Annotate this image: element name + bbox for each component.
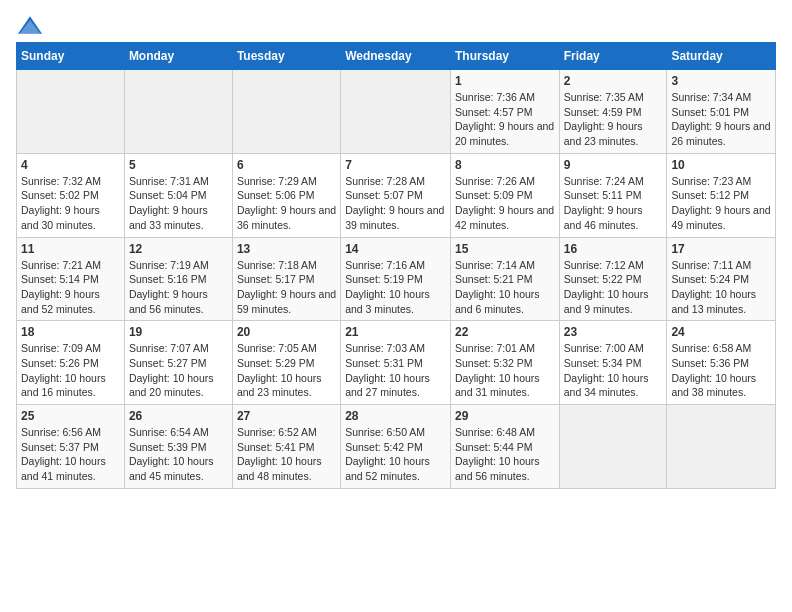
logo	[16, 16, 44, 34]
day-number: 29	[455, 409, 555, 423]
day-info: Sunrise: 7:19 AMSunset: 5:16 PMDaylight:…	[129, 258, 228, 317]
calendar-cell: 2Sunrise: 7:35 AMSunset: 4:59 PMDaylight…	[559, 70, 667, 154]
day-number: 24	[671, 325, 771, 339]
calendar-cell: 14Sunrise: 7:16 AMSunset: 5:19 PMDayligh…	[341, 237, 451, 321]
day-info: Sunrise: 7:03 AMSunset: 5:31 PMDaylight:…	[345, 341, 446, 400]
calendar-cell: 6Sunrise: 7:29 AMSunset: 5:06 PMDaylight…	[232, 153, 340, 237]
day-number: 14	[345, 242, 446, 256]
day-info: Sunrise: 6:54 AMSunset: 5:39 PMDaylight:…	[129, 425, 228, 484]
calendar-cell: 7Sunrise: 7:28 AMSunset: 5:07 PMDaylight…	[341, 153, 451, 237]
calendar-cell: 8Sunrise: 7:26 AMSunset: 5:09 PMDaylight…	[450, 153, 559, 237]
calendar-cell: 17Sunrise: 7:11 AMSunset: 5:24 PMDayligh…	[667, 237, 776, 321]
day-header-monday: Monday	[124, 43, 232, 70]
day-number: 25	[21, 409, 120, 423]
day-number: 23	[564, 325, 663, 339]
page-header	[16, 16, 776, 34]
day-header-sunday: Sunday	[17, 43, 125, 70]
day-info: Sunrise: 7:31 AMSunset: 5:04 PMDaylight:…	[129, 174, 228, 233]
calendar-cell	[559, 405, 667, 489]
calendar-cell: 28Sunrise: 6:50 AMSunset: 5:42 PMDayligh…	[341, 405, 451, 489]
day-info: Sunrise: 6:48 AMSunset: 5:44 PMDaylight:…	[455, 425, 555, 484]
calendar-cell: 5Sunrise: 7:31 AMSunset: 5:04 PMDaylight…	[124, 153, 232, 237]
day-info: Sunrise: 7:11 AMSunset: 5:24 PMDaylight:…	[671, 258, 771, 317]
day-info: Sunrise: 7:14 AMSunset: 5:21 PMDaylight:…	[455, 258, 555, 317]
day-number: 21	[345, 325, 446, 339]
day-header-tuesday: Tuesday	[232, 43, 340, 70]
calendar-cell: 27Sunrise: 6:52 AMSunset: 5:41 PMDayligh…	[232, 405, 340, 489]
day-number: 10	[671, 158, 771, 172]
day-info: Sunrise: 7:07 AMSunset: 5:27 PMDaylight:…	[129, 341, 228, 400]
day-info: Sunrise: 7:12 AMSunset: 5:22 PMDaylight:…	[564, 258, 663, 317]
day-info: Sunrise: 6:50 AMSunset: 5:42 PMDaylight:…	[345, 425, 446, 484]
calendar-cell: 23Sunrise: 7:00 AMSunset: 5:34 PMDayligh…	[559, 321, 667, 405]
calendar-cell	[667, 405, 776, 489]
day-info: Sunrise: 6:52 AMSunset: 5:41 PMDaylight:…	[237, 425, 336, 484]
calendar-cell: 29Sunrise: 6:48 AMSunset: 5:44 PMDayligh…	[450, 405, 559, 489]
day-number: 19	[129, 325, 228, 339]
day-info: Sunrise: 7:36 AMSunset: 4:57 PMDaylight:…	[455, 90, 555, 149]
calendar-cell: 13Sunrise: 7:18 AMSunset: 5:17 PMDayligh…	[232, 237, 340, 321]
day-info: Sunrise: 7:34 AMSunset: 5:01 PMDaylight:…	[671, 90, 771, 149]
day-info: Sunrise: 7:05 AMSunset: 5:29 PMDaylight:…	[237, 341, 336, 400]
day-number: 6	[237, 158, 336, 172]
calendar-cell: 21Sunrise: 7:03 AMSunset: 5:31 PMDayligh…	[341, 321, 451, 405]
day-number: 28	[345, 409, 446, 423]
day-info: Sunrise: 7:29 AMSunset: 5:06 PMDaylight:…	[237, 174, 336, 233]
calendar-cell: 20Sunrise: 7:05 AMSunset: 5:29 PMDayligh…	[232, 321, 340, 405]
calendar-cell: 12Sunrise: 7:19 AMSunset: 5:16 PMDayligh…	[124, 237, 232, 321]
day-number: 2	[564, 74, 663, 88]
day-number: 20	[237, 325, 336, 339]
calendar-cell: 22Sunrise: 7:01 AMSunset: 5:32 PMDayligh…	[450, 321, 559, 405]
day-header-saturday: Saturday	[667, 43, 776, 70]
day-info: Sunrise: 7:09 AMSunset: 5:26 PMDaylight:…	[21, 341, 120, 400]
day-number: 16	[564, 242, 663, 256]
calendar-cell: 10Sunrise: 7:23 AMSunset: 5:12 PMDayligh…	[667, 153, 776, 237]
calendar-cell: 19Sunrise: 7:07 AMSunset: 5:27 PMDayligh…	[124, 321, 232, 405]
day-info: Sunrise: 7:23 AMSunset: 5:12 PMDaylight:…	[671, 174, 771, 233]
day-number: 1	[455, 74, 555, 88]
day-info: Sunrise: 6:58 AMSunset: 5:36 PMDaylight:…	[671, 341, 771, 400]
day-number: 15	[455, 242, 555, 256]
calendar-cell: 1Sunrise: 7:36 AMSunset: 4:57 PMDaylight…	[450, 70, 559, 154]
day-number: 9	[564, 158, 663, 172]
calendar-cell: 15Sunrise: 7:14 AMSunset: 5:21 PMDayligh…	[450, 237, 559, 321]
day-info: Sunrise: 7:28 AMSunset: 5:07 PMDaylight:…	[345, 174, 446, 233]
calendar-cell: 4Sunrise: 7:32 AMSunset: 5:02 PMDaylight…	[17, 153, 125, 237]
day-number: 4	[21, 158, 120, 172]
calendar-cell: 26Sunrise: 6:54 AMSunset: 5:39 PMDayligh…	[124, 405, 232, 489]
calendar-table: SundayMondayTuesdayWednesdayThursdayFrid…	[16, 42, 776, 489]
day-info: Sunrise: 6:56 AMSunset: 5:37 PMDaylight:…	[21, 425, 120, 484]
calendar-cell: 24Sunrise: 6:58 AMSunset: 5:36 PMDayligh…	[667, 321, 776, 405]
calendar-cell	[232, 70, 340, 154]
day-number: 12	[129, 242, 228, 256]
calendar-cell: 25Sunrise: 6:56 AMSunset: 5:37 PMDayligh…	[17, 405, 125, 489]
day-header-thursday: Thursday	[450, 43, 559, 70]
calendar-cell: 18Sunrise: 7:09 AMSunset: 5:26 PMDayligh…	[17, 321, 125, 405]
day-number: 18	[21, 325, 120, 339]
day-number: 27	[237, 409, 336, 423]
day-number: 11	[21, 242, 120, 256]
calendar-cell: 11Sunrise: 7:21 AMSunset: 5:14 PMDayligh…	[17, 237, 125, 321]
day-number: 8	[455, 158, 555, 172]
day-info: Sunrise: 7:24 AMSunset: 5:11 PMDaylight:…	[564, 174, 663, 233]
day-info: Sunrise: 7:21 AMSunset: 5:14 PMDaylight:…	[21, 258, 120, 317]
day-info: Sunrise: 7:35 AMSunset: 4:59 PMDaylight:…	[564, 90, 663, 149]
day-info: Sunrise: 7:00 AMSunset: 5:34 PMDaylight:…	[564, 341, 663, 400]
day-info: Sunrise: 7:16 AMSunset: 5:19 PMDaylight:…	[345, 258, 446, 317]
day-number: 5	[129, 158, 228, 172]
day-number: 13	[237, 242, 336, 256]
calendar-cell	[124, 70, 232, 154]
day-header-wednesday: Wednesday	[341, 43, 451, 70]
day-info: Sunrise: 7:01 AMSunset: 5:32 PMDaylight:…	[455, 341, 555, 400]
logo-icon	[18, 16, 42, 34]
day-header-friday: Friday	[559, 43, 667, 70]
day-number: 17	[671, 242, 771, 256]
calendar-cell: 16Sunrise: 7:12 AMSunset: 5:22 PMDayligh…	[559, 237, 667, 321]
day-info: Sunrise: 7:18 AMSunset: 5:17 PMDaylight:…	[237, 258, 336, 317]
day-info: Sunrise: 7:26 AMSunset: 5:09 PMDaylight:…	[455, 174, 555, 233]
day-number: 26	[129, 409, 228, 423]
calendar-cell	[17, 70, 125, 154]
day-info: Sunrise: 7:32 AMSunset: 5:02 PMDaylight:…	[21, 174, 120, 233]
calendar-cell: 9Sunrise: 7:24 AMSunset: 5:11 PMDaylight…	[559, 153, 667, 237]
day-number: 3	[671, 74, 771, 88]
